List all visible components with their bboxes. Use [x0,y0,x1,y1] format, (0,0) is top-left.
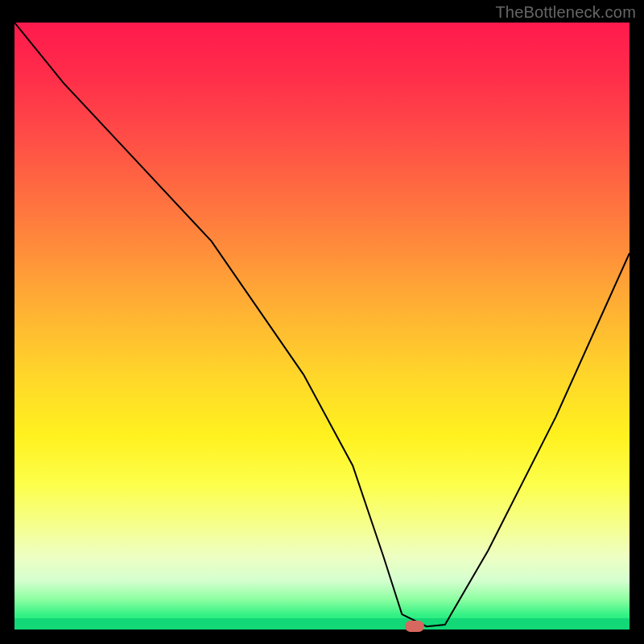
bottleneck-curve [14,23,630,630]
optimal-point-marker [405,621,424,632]
chart-frame: TheBottleneck.com [0,0,644,644]
watermark-text: TheBottleneck.com [495,3,636,22]
curve-path [14,23,630,626]
plot-area [14,23,630,630]
